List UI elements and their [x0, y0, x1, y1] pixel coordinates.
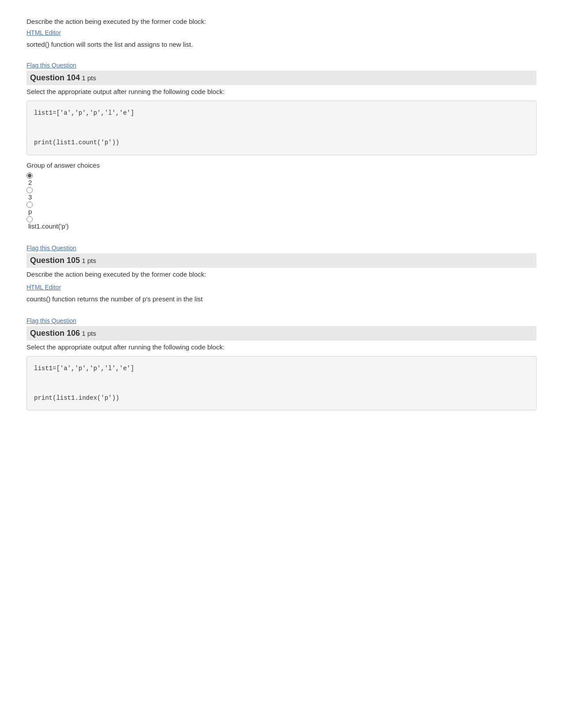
radio-row-1-4[interactable]: [26, 216, 537, 222]
choice-label-1-4: list1.count('p'): [28, 222, 537, 230]
choice-item-1-1: 2: [26, 173, 537, 186]
question-pts-2: 1 pts: [80, 257, 96, 264]
choice-item-1-2: 3: [26, 187, 537, 201]
question-number-3: Question 106: [30, 329, 80, 338]
radio-1-4[interactable]: [26, 216, 33, 222]
radio-row-1-1[interactable]: [26, 173, 537, 179]
html-editor-link-2[interactable]: HTML Editor: [26, 284, 61, 291]
flag-question-link-2[interactable]: Flag this Question: [26, 244, 76, 251]
radio-row-1-3[interactable]: [26, 202, 537, 208]
question-header-1: Question 104 1 pts: [26, 71, 537, 85]
flag-question-link-1[interactable]: Flag this Question: [26, 62, 76, 69]
code-block-3: list1=['a','p','p','l','e'] print(list1.…: [26, 356, 537, 411]
question-text-2: Describe the action being executed by th…: [26, 270, 537, 278]
intro-answer: sorted() function will sorts the list an…: [26, 41, 537, 48]
question-section-3: Flag this QuestionQuestion 106 1 ptsSele…: [26, 317, 537, 411]
question-pts-3: 1 pts: [80, 330, 96, 337]
answer-choices-1: 23plist1.count('p'): [26, 173, 537, 230]
code-block-1: list1=['a','p','p','l','e'] print(list1.…: [26, 101, 537, 155]
radio-1-1[interactable]: [26, 173, 33, 179]
flag-question-link-3[interactable]: Flag this Question: [26, 317, 76, 324]
question-section-2: Flag this QuestionQuestion 105 1 ptsDesc…: [26, 244, 537, 303]
radio-1-2[interactable]: [26, 187, 33, 193]
questions-container: Flag this QuestionQuestion 104 1 ptsSele…: [26, 61, 537, 410]
question-number-1: Question 104: [30, 73, 80, 82]
choice-item-1-4: list1.count('p'): [26, 216, 537, 230]
intro-html-editor-link[interactable]: HTML Editor: [26, 29, 61, 36]
intro-section: Describe the action being executed by th…: [26, 18, 537, 48]
question-text-3: Select the appropriate output after runn…: [26, 343, 537, 351]
intro-prompt: Describe the action being executed by th…: [26, 18, 537, 25]
question-header-3: Question 106 1 pts: [26, 326, 537, 341]
question-section-1: Flag this QuestionQuestion 104 1 ptsSele…: [26, 61, 537, 230]
choice-label-1-3: p: [28, 208, 537, 215]
radio-1-3[interactable]: [26, 202, 33, 208]
question-pts-1: 1 pts: [80, 74, 96, 82]
radio-row-1-2[interactable]: [26, 187, 537, 193]
answer-text-2: counts() function returns the number of …: [26, 295, 537, 303]
question-header-2: Question 105 1 pts: [26, 253, 537, 268]
choice-label-1-2: 3: [28, 193, 537, 201]
choice-label-1-1: 2: [28, 179, 537, 186]
group-label-1: Group of answer choices: [26, 161, 537, 169]
choice-item-1-3: p: [26, 202, 537, 215]
question-number-2: Question 105: [30, 256, 80, 265]
question-text-1: Select the appropriate output after runn…: [26, 88, 537, 95]
